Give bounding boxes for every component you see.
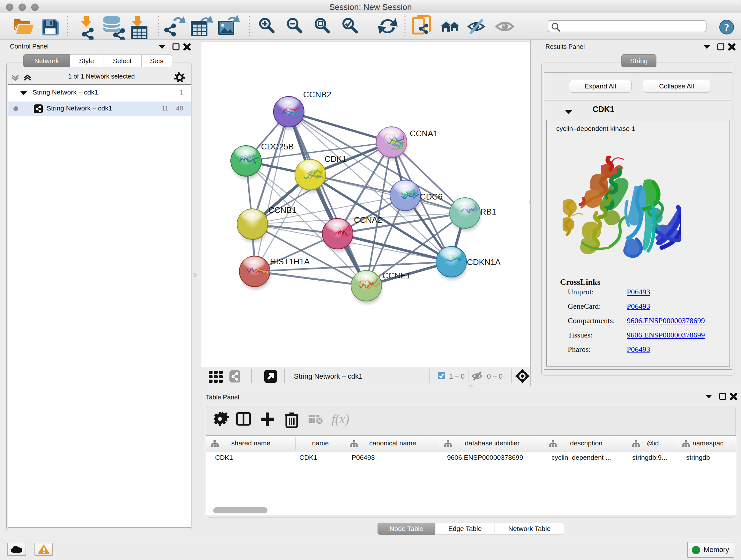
svg-text:CCNB1: CCNB1 [268,205,296,215]
svg-text:CDK1: CDK1 [325,154,347,164]
svg-text:CDKN1A: CDKN1A [467,257,501,267]
svg-text:CCNA1: CCNA1 [410,129,438,138]
svg-text:String Network – cdk1: String Network – cdk1 [294,372,362,380]
svg-text:HIST1H1A: HIST1H1A [270,257,310,266]
svg-text:CCNA2: CCNA2 [354,215,382,225]
svg-text:f(x): f(x) [332,412,349,426]
svg-text:RB1: RB1 [480,207,496,216]
svg-text:CCNB2: CCNB2 [303,90,331,99]
svg-text:CDC25B: CDC25B [261,142,294,151]
svg-text:0 – 0: 0 – 0 [487,372,502,380]
svg-text:CCNE1: CCNE1 [382,271,410,280]
svg-text:1 – 0: 1 – 0 [449,372,465,380]
svg-text:CDC6: CDC6 [420,192,443,201]
